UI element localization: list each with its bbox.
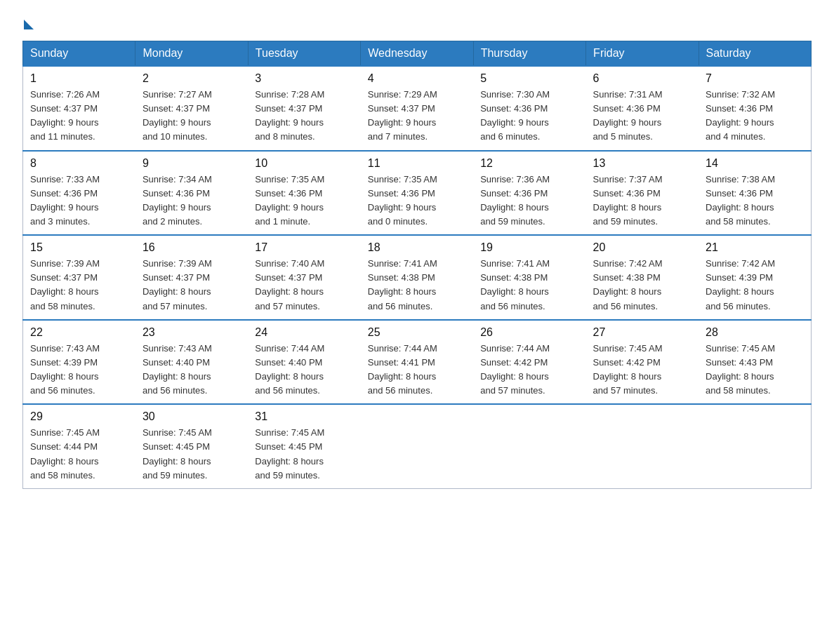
calendar-cell: 14 Sunrise: 7:38 AMSunset: 4:36 PMDaylig…: [699, 151, 811, 236]
day-info: Sunrise: 7:42 AMSunset: 4:39 PMDaylight:…: [706, 258, 775, 311]
col-header-tuesday: Tuesday: [248, 41, 360, 67]
week-row-4: 22 Sunrise: 7:43 AMSunset: 4:39 PMDaylig…: [23, 320, 812, 405]
week-row-5: 29 Sunrise: 7:45 AMSunset: 4:44 PMDaylig…: [23, 404, 812, 488]
day-info: Sunrise: 7:44 AMSunset: 4:40 PMDaylight:…: [255, 343, 324, 396]
calendar-cell: 29 Sunrise: 7:45 AMSunset: 4:44 PMDaylig…: [23, 404, 135, 488]
col-header-thursday: Thursday: [473, 41, 585, 67]
calendar-cell: [586, 404, 699, 488]
day-info: Sunrise: 7:29 AMSunset: 4:37 PMDaylight:…: [368, 89, 437, 142]
day-info: Sunrise: 7:45 AMSunset: 4:44 PMDaylight:…: [30, 427, 100, 480]
calendar-cell: 1 Sunrise: 7:26 AMSunset: 4:37 PMDayligh…: [23, 66, 135, 151]
calendar-table: SundayMondayTuesdayWednesdayThursdayFrid…: [22, 41, 812, 489]
day-number: 12: [480, 157, 578, 170]
day-number: 4: [368, 72, 466, 85]
day-info: Sunrise: 7:31 AMSunset: 4:36 PMDaylight:…: [593, 89, 663, 142]
day-number: 18: [368, 241, 466, 254]
day-info: Sunrise: 7:43 AMSunset: 4:40 PMDaylight:…: [143, 343, 212, 396]
col-header-monday: Monday: [135, 41, 248, 67]
calendar-cell: 8 Sunrise: 7:33 AMSunset: 4:36 PMDayligh…: [23, 151, 135, 236]
day-number: 9: [143, 157, 241, 170]
day-number: 24: [255, 326, 353, 339]
day-info: Sunrise: 7:32 AMSunset: 4:36 PMDaylight:…: [706, 89, 775, 142]
week-row-3: 15 Sunrise: 7:39 AMSunset: 4:37 PMDaylig…: [23, 235, 812, 320]
day-number: 23: [143, 326, 241, 339]
day-number: 26: [480, 326, 578, 339]
day-number: 10: [255, 157, 353, 170]
calendar-cell: 19 Sunrise: 7:41 AMSunset: 4:38 PMDaylig…: [473, 235, 585, 320]
day-info: Sunrise: 7:43 AMSunset: 4:39 PMDaylight:…: [30, 343, 100, 396]
day-number: 20: [593, 241, 691, 254]
day-info: Sunrise: 7:30 AMSunset: 4:36 PMDaylight:…: [480, 89, 550, 142]
col-header-friday: Friday: [586, 41, 699, 67]
day-info: Sunrise: 7:41 AMSunset: 4:38 PMDaylight:…: [368, 258, 437, 311]
day-number: 7: [706, 72, 804, 85]
day-number: 8: [30, 157, 128, 170]
day-number: 27: [593, 326, 691, 339]
calendar-cell: 3 Sunrise: 7:28 AMSunset: 4:37 PMDayligh…: [248, 66, 360, 151]
calendar-cell: 11 Sunrise: 7:35 AMSunset: 4:36 PMDaylig…: [361, 151, 473, 236]
day-info: Sunrise: 7:36 AMSunset: 4:36 PMDaylight:…: [480, 174, 550, 227]
day-info: Sunrise: 7:33 AMSunset: 4:36 PMDaylight:…: [30, 174, 100, 227]
calendar-cell: 24 Sunrise: 7:44 AMSunset: 4:40 PMDaylig…: [248, 320, 360, 405]
day-info: Sunrise: 7:45 AMSunset: 4:45 PMDaylight:…: [255, 427, 324, 480]
day-info: Sunrise: 7:39 AMSunset: 4:37 PMDaylight:…: [143, 258, 212, 311]
calendar-cell: 15 Sunrise: 7:39 AMSunset: 4:37 PMDaylig…: [23, 235, 135, 320]
day-number: 22: [30, 326, 128, 339]
calendar-cell: 2 Sunrise: 7:27 AMSunset: 4:37 PMDayligh…: [135, 66, 248, 151]
calendar-cell: 6 Sunrise: 7:31 AMSunset: 4:36 PMDayligh…: [586, 66, 699, 151]
day-info: Sunrise: 7:45 AMSunset: 4:43 PMDaylight:…: [706, 343, 775, 396]
day-number: 14: [706, 157, 804, 170]
calendar-cell: 7 Sunrise: 7:32 AMSunset: 4:36 PMDayligh…: [699, 66, 811, 151]
day-info: Sunrise: 7:42 AMSunset: 4:38 PMDaylight:…: [593, 258, 663, 311]
calendar-cell: 21 Sunrise: 7:42 AMSunset: 4:39 PMDaylig…: [699, 235, 811, 320]
day-info: Sunrise: 7:44 AMSunset: 4:41 PMDaylight:…: [368, 343, 437, 396]
day-number: 21: [706, 241, 804, 254]
calendar-cell: [473, 404, 585, 488]
day-number: 31: [255, 410, 353, 423]
day-number: 17: [255, 241, 353, 254]
day-number: 19: [480, 241, 578, 254]
day-number: 5: [480, 72, 578, 85]
day-info: Sunrise: 7:44 AMSunset: 4:42 PMDaylight:…: [480, 343, 550, 396]
day-number: 15: [30, 241, 128, 254]
day-info: Sunrise: 7:34 AMSunset: 4:36 PMDaylight:…: [143, 174, 212, 227]
day-number: 1: [30, 72, 128, 85]
col-header-sunday: Sunday: [23, 41, 135, 67]
day-number: 16: [143, 241, 241, 254]
day-number: 11: [368, 157, 466, 170]
day-info: Sunrise: 7:35 AMSunset: 4:36 PMDaylight:…: [368, 174, 437, 227]
day-info: Sunrise: 7:27 AMSunset: 4:37 PMDaylight:…: [143, 89, 212, 142]
day-info: Sunrise: 7:37 AMSunset: 4:36 PMDaylight:…: [593, 174, 663, 227]
day-info: Sunrise: 7:39 AMSunset: 4:37 PMDaylight:…: [30, 258, 100, 311]
calendar-cell: 31 Sunrise: 7:45 AMSunset: 4:45 PMDaylig…: [248, 404, 360, 488]
day-number: 30: [143, 410, 241, 423]
calendar-cell: 18 Sunrise: 7:41 AMSunset: 4:38 PMDaylig…: [361, 235, 473, 320]
calendar-cell: 23 Sunrise: 7:43 AMSunset: 4:40 PMDaylig…: [135, 320, 248, 405]
calendar-cell: 10 Sunrise: 7:35 AMSunset: 4:36 PMDaylig…: [248, 151, 360, 236]
calendar-cell: 20 Sunrise: 7:42 AMSunset: 4:38 PMDaylig…: [586, 235, 699, 320]
calendar-header-row: SundayMondayTuesdayWednesdayThursdayFrid…: [23, 41, 812, 67]
calendar-cell: 26 Sunrise: 7:44 AMSunset: 4:42 PMDaylig…: [473, 320, 585, 405]
week-row-2: 8 Sunrise: 7:33 AMSunset: 4:36 PMDayligh…: [23, 151, 812, 236]
day-info: Sunrise: 7:28 AMSunset: 4:37 PMDaylight:…: [255, 89, 324, 142]
calendar-cell: 13 Sunrise: 7:37 AMSunset: 4:36 PMDaylig…: [586, 151, 699, 236]
calendar-cell: 25 Sunrise: 7:44 AMSunset: 4:41 PMDaylig…: [361, 320, 473, 405]
calendar-cell: 28 Sunrise: 7:45 AMSunset: 4:43 PMDaylig…: [699, 320, 811, 405]
day-info: Sunrise: 7:45 AMSunset: 4:42 PMDaylight:…: [593, 343, 663, 396]
day-number: 6: [593, 72, 691, 85]
day-info: Sunrise: 7:40 AMSunset: 4:37 PMDaylight:…: [255, 258, 324, 311]
calendar-cell: 16 Sunrise: 7:39 AMSunset: 4:37 PMDaylig…: [135, 235, 248, 320]
calendar-cell: 22 Sunrise: 7:43 AMSunset: 4:39 PMDaylig…: [23, 320, 135, 405]
page-header: [22, 17, 812, 27]
logo-arrow-icon: [24, 20, 34, 29]
calendar-cell: 17 Sunrise: 7:40 AMSunset: 4:37 PMDaylig…: [248, 235, 360, 320]
day-info: Sunrise: 7:41 AMSunset: 4:38 PMDaylight:…: [480, 258, 550, 311]
logo: [22, 17, 34, 27]
calendar-cell: 12 Sunrise: 7:36 AMSunset: 4:36 PMDaylig…: [473, 151, 585, 236]
col-header-wednesday: Wednesday: [361, 41, 473, 67]
day-info: Sunrise: 7:45 AMSunset: 4:45 PMDaylight:…: [143, 427, 212, 480]
day-number: 25: [368, 326, 466, 339]
calendar-cell: 9 Sunrise: 7:34 AMSunset: 4:36 PMDayligh…: [135, 151, 248, 236]
week-row-1: 1 Sunrise: 7:26 AMSunset: 4:37 PMDayligh…: [23, 66, 812, 151]
col-header-saturday: Saturday: [699, 41, 811, 67]
